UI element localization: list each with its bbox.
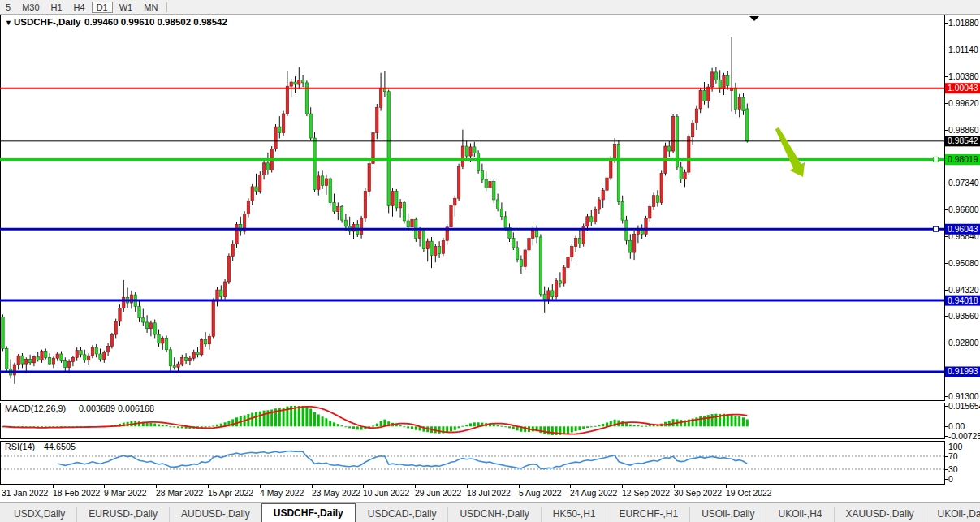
macd-histogram-bar [707, 415, 710, 426]
timeframe-button-w1[interactable]: W1 [114, 2, 138, 13]
bull-candle [67, 362, 70, 368]
dropdown-arrow-icon[interactable]: ▼ [5, 19, 12, 27]
symbol-tab-bar: USDX,DailyEURUSD-,DailyAUDUSD-,DailyUSDC… [0, 502, 980, 522]
bull-candle [457, 166, 460, 198]
tab-audusd-daily[interactable]: AUDUSD-,Daily [169, 507, 261, 522]
bear-candle [37, 356, 39, 360]
price-axis-label: 1.01140 [948, 45, 978, 54]
tab-ukoil-h4[interactable]: UKOil-,H4 [766, 507, 833, 522]
macd-histogram-bar [637, 425, 639, 426]
bear-candle [422, 231, 425, 249]
tab-ukoil-daily[interactable]: UKOil-,Daily [926, 507, 980, 522]
bull-candle [208, 336, 210, 344]
bull-candle [691, 123, 693, 136]
macd-histogram-bar [216, 425, 218, 427]
bull-candle [602, 190, 604, 200]
macd-axis-label: 0.015654 [948, 402, 980, 411]
tab-usoil-daily[interactable]: USOil-,Daily [689, 507, 766, 522]
bear-candle [629, 240, 632, 252]
tab-usdcnh-daily[interactable]: USDCNH-,Daily [447, 507, 540, 522]
bear-candle [344, 220, 347, 226]
timeframe-button-h1[interactable]: H1 [46, 2, 67, 13]
bear-candle [714, 72, 717, 80]
macd-histogram-bar [169, 426, 171, 427]
bear-candle [703, 90, 706, 101]
bull-candle [368, 164, 370, 192]
bear-candle [204, 340, 206, 344]
tab-eurchf-h1[interactable]: EURCHF-,H1 [607, 507, 689, 522]
bull-candle [123, 298, 125, 308]
macd-histogram-bar [649, 425, 651, 426]
line-handle[interactable] [934, 226, 939, 231]
macd-histogram-bar [438, 426, 441, 434]
bear-candle [313, 138, 316, 189]
timeframe-button-d1[interactable]: D1 [92, 2, 113, 13]
bear-candle [543, 294, 546, 300]
macd-histogram-bar [415, 426, 417, 429]
bull-candle [25, 359, 28, 364]
timeframe-button-mn[interactable]: MN [139, 2, 162, 13]
bull-candle [649, 207, 651, 218]
bull-candle [411, 219, 413, 227]
macd-histogram-bar [606, 422, 608, 426]
macd-histogram-bar [212, 425, 214, 426]
bear-candle [48, 357, 50, 364]
bull-candle [201, 340, 203, 355]
line-handle[interactable] [934, 157, 939, 162]
date-axis-label: 18 Feb 2022 [53, 489, 101, 498]
macd-histogram-bar [473, 422, 476, 426]
tab-hk50-h1[interactable]: HK50-,H1 [541, 507, 607, 522]
bull-candle [360, 218, 362, 235]
tab-xauusd-daily[interactable]: XAUUSD-,Daily [834, 507, 926, 522]
bull-candle [684, 172, 686, 179]
macd-histogram-bar [173, 426, 175, 427]
macd-histogram-bar [325, 418, 327, 426]
timeframe-button-m30[interactable]: M30 [17, 2, 44, 13]
tab-usdcad-daily[interactable]: USDCAD-,Daily [356, 507, 448, 522]
price-axis-label: 0.94320 [948, 286, 979, 295]
chart-symbol-label: USDCHF-,Daily [14, 17, 81, 27]
candlestick-chart[interactable]: 1.018801.011401.003800.996200.988600.973… [0, 0, 980, 522]
macd-histogram-bar [333, 422, 335, 426]
price-axis-label: 0.95080 [948, 259, 979, 268]
macd-histogram-bar [344, 426, 347, 427]
macd-histogram-bar [352, 426, 355, 429]
bull-candle [76, 351, 78, 358]
bull-candle [524, 250, 526, 266]
macd-histogram-bar [711, 414, 714, 426]
macd-histogram-bar [586, 426, 589, 428]
bull-candle [528, 239, 530, 250]
bull-candle [212, 301, 214, 336]
rsi-value: 44.6505 [44, 442, 76, 451]
bull-candle [426, 241, 429, 249]
bull-candle [71, 357, 74, 361]
macd-histogram-bar [602, 424, 604, 426]
bull-candle [606, 178, 608, 190]
tab-eurusd-daily[interactable]: EURUSD-,Daily [76, 507, 169, 522]
macd-histogram-bar [411, 426, 413, 429]
price-axis-label: 0.96600 [948, 205, 979, 214]
bull-candle [56, 354, 58, 358]
bull-candle [598, 200, 600, 209]
macd-histogram-bar [738, 416, 740, 426]
bull-candle [391, 192, 394, 206]
macd-histogram-bar [508, 426, 511, 428]
tab-usdchf-daily[interactable]: USDCHF-,Daily [261, 503, 356, 522]
bear-candle [742, 97, 745, 110]
tab-usdx-daily[interactable]: USDX,Daily [2, 507, 76, 522]
price-badge-label: 0.98542 [948, 136, 978, 145]
bear-candle [138, 306, 140, 317]
rsi-axis-label: 0 [948, 475, 953, 484]
bull-candle [17, 356, 19, 365]
macd-histogram-bar [575, 426, 577, 431]
timeframe-button-5[interactable]: 5 [1, 2, 15, 13]
bull-candle [461, 146, 464, 166]
macd-histogram-bar [337, 424, 339, 426]
bear-candle [539, 237, 542, 294]
bear-candle [165, 338, 167, 349]
date-axis-label: 31 Jan 2022 [2, 489, 48, 498]
bear-candle [64, 361, 67, 368]
bull-candle [567, 257, 569, 268]
macd-histogram-bar [598, 425, 600, 426]
timeframe-button-h4[interactable]: H4 [69, 2, 90, 13]
